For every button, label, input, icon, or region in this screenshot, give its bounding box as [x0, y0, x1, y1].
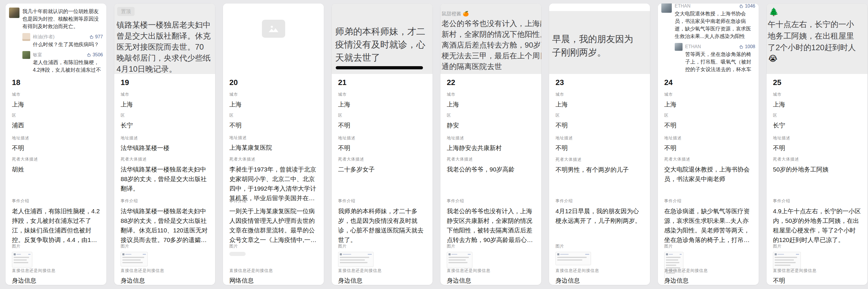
- field-label-city: 城市: [556, 92, 644, 97]
- screenshot-text: 师弟的本科师妹，才二疫情没有及时就诊，心天就去世了: [332, 3, 433, 64]
- screenshot-text: 早晨，我的朋友因为子刚刚两岁。: [549, 11, 650, 59]
- field-label-event: 事件介绍: [229, 198, 317, 204]
- field-district: 区长宁: [773, 113, 861, 136]
- like-count-value: 1046: [745, 3, 755, 9]
- field-value-deceased: 交大电院退休教授，上海书协会员，书法家吴中南老师: [664, 165, 752, 184]
- field-label-address: 地址描述: [556, 136, 644, 141]
- field-label-city: 城市: [229, 92, 317, 97]
- field-label-address: 地址描述: [447, 136, 535, 141]
- field-address: 地址描述上海静安去共康新村: [447, 136, 535, 157]
- field-deceased: 死者大体描述交大电院退休教授，上海书协会员，书法家吴中南老师: [664, 157, 752, 198]
- field-address: 地址描述不明: [556, 136, 644, 157]
- case-screenshot[interactable]: 我几十年前就认识的一位胡姓朋友也是因为封控、核酸检测等原因没有得到及时救治而死亡…: [5, 3, 106, 74]
- screenshot-text: 老公的爷爷也没有计入，上海静新村，全家阴的情况下他阳性。离酒店后差点转去方舱，9…: [440, 18, 541, 72]
- thumb-up-icon: [739, 4, 743, 8]
- field-label-address: 地址描述: [121, 136, 209, 141]
- field-label-deceased: 死者大体描述: [664, 157, 752, 162]
- field-label-event: 事件介绍: [12, 198, 100, 204]
- case-screenshot[interactable]: 师弟的本科师妹，才二疫情没有及时就诊，心天就去世了: [332, 3, 433, 74]
- case-image-thumbnail[interactable]: [12, 252, 32, 267]
- field-label-image: 图片: [773, 244, 861, 249]
- field-value-address: 不明: [664, 143, 752, 152]
- field-direct: 直接信息还是间接信息身边信息: [556, 268, 644, 285]
- comment-thread: ETHAN1046交大电院退休教授，上海书协会员，书法家吴中南老师在急诊病逝，缺…: [658, 3, 759, 74]
- like-count[interactable]: 3506: [87, 52, 103, 58]
- screenshot-text-line: 镇路某楼一楼独居老夫妇中: [117, 20, 215, 31]
- field-value-address: 不明: [12, 143, 100, 152]
- like-count[interactable]: 977: [89, 34, 103, 39]
- field-address: 地址描述法华镇路某楼一楼: [121, 136, 209, 157]
- commenter-name: 柿油(作者): [33, 34, 55, 40]
- case-card[interactable]: 早晨，我的朋友因为子刚刚两岁。23城市上海区不明地址描述不明死者大体描述不明男性…: [549, 3, 650, 285]
- commenter-name: ETHAN: [675, 3, 690, 9]
- field-label-image: 图片: [121, 244, 209, 249]
- field-label-deceased: 死者大体描述: [447, 157, 535, 162]
- case-card[interactable]: ETHAN1046交大电院退休教授，上海书协会员，书法家吴中南老师在急诊病逝，缺…: [658, 3, 759, 285]
- thumbnail-avatar: [14, 253, 16, 255]
- field-event: 事件介绍一则关于上海某康复医院一位病人因疫情管理无人护理而去世的文章在微信群里流…: [229, 198, 317, 244]
- field-value-city: 上海: [664, 100, 752, 109]
- case-image-thumbnail[interactable]: [121, 252, 148, 266]
- screenshot-text-line: 离酒店后差点转去方舱，90岁高: [441, 40, 541, 50]
- like-count-value: 3506: [92, 52, 103, 58]
- field-address: 地址描述不明: [773, 136, 861, 157]
- field-image: 图片: [121, 244, 209, 268]
- case-image-thumbnail[interactable]: [229, 252, 246, 256]
- case-card[interactable]: 🌲午十点左右，长宁的一小地务工阿姨，在出租屋里了2个小时的120赶到时人😭25城…: [767, 3, 867, 285]
- field-value-city: 上海: [12, 100, 100, 109]
- field-label-city: 城市: [773, 92, 861, 97]
- like-count[interactable]: 1046: [739, 3, 755, 9]
- like-count-value: 977: [95, 34, 103, 39]
- screenshot-text: 镇路某楼一楼独居老夫妇中曾是交大出版社翻译。休克医无对接医院而去世。70晚敲邻居…: [114, 16, 215, 74]
- case-card[interactable]: 置顶镇路某楼一楼独居老夫妇中曾是交大出版社翻译。休克医无对接医院而去世。70晚敲…: [114, 3, 215, 285]
- field-label-deceased: 死者大体描述: [773, 157, 861, 162]
- field-district: 区浦西: [12, 113, 100, 136]
- field-event: 事件介绍4月12日早晨，我的朋友因为心梗永远离开了，儿子刚刚两岁。: [556, 198, 644, 244]
- case-screenshot[interactable]: 置顶镇路某楼一楼独居老夫妇中曾是交大出版社翻译。休克医无对接医院而去世。70晚敲…: [114, 3, 215, 74]
- case-screenshot[interactable]: [223, 3, 324, 74]
- post: ETHAN1046交大电院退休教授，上海书协会员，书法家吴中南老师在急诊病逝，缺…: [661, 3, 755, 40]
- field-value-city: 上海: [556, 100, 644, 109]
- screenshot-text-line: 梗无法去三甲，最后在上个周日: [441, 50, 541, 61]
- case-screenshot[interactable]: 🌲午十点左右，长宁的一小地务工阿姨，在出租屋里了2个小时的120赶到时人😭: [767, 3, 867, 74]
- field-value-direct: 不明: [773, 276, 861, 285]
- case-number: 25: [773, 78, 861, 88]
- field-value-city: 上海: [447, 100, 535, 109]
- case-screenshot[interactable]: 鼠甜橙酱 🍊老公的爷爷也没有计入，上海静新村，全家阴的情况下他阳性。离酒店后差点…: [440, 3, 541, 74]
- field-value-event: 4.9上午十点左右，长宁的一小区内，50岁的外地务工阿姨，在出租屋里心梗发作，等…: [773, 206, 861, 245]
- field-value-district: 不明: [229, 121, 317, 130]
- field-event: 事件介绍我师弟的本科师妹，才二十多岁，也是因为疫情没有及时就诊，心脏不舒服送医院…: [338, 198, 426, 244]
- case-card[interactable]: 鼠甜橙酱 🍊老公的爷爷也没有计入，上海静新村，全家阴的情况下他阳性。离酒店后差点…: [440, 3, 541, 285]
- field-label-direct: 直接信息还是间接信息: [664, 268, 752, 273]
- case-image-thumbnail[interactable]: [773, 252, 801, 269]
- field-label-image: 图片: [12, 244, 100, 249]
- avatar: [22, 51, 30, 59]
- post: 我几十年前就认识的一位胡姓朋友也是因为封控、核酸检测等原因没有得到及时救治而死亡…: [9, 7, 103, 30]
- field-value-district: 不明: [556, 121, 644, 130]
- comment-text: 交大电院退休教授，上海书协会员，书法家吴中南老师在急诊病逝，缺少氧气等医疗资源，…: [675, 10, 755, 40]
- case-card[interactable]: 我几十年前就认识的一位胡姓朋友也是因为封控、核酸检测等原因没有得到及时救治而死亡…: [5, 3, 106, 285]
- screenshot-text-line: 4月10日晚记录。: [117, 64, 215, 74]
- field-city: 城市上海: [773, 92, 861, 113]
- case-image-thumbnail[interactable]: [447, 252, 472, 268]
- case-image-thumbnail[interactable]: [556, 252, 591, 265]
- field-value-direct: 身边信息: [12, 276, 100, 285]
- field-label-image: 图片: [664, 244, 752, 249]
- screenshot-text-line: 疫情没有及时就诊，心: [335, 38, 433, 51]
- avatar: [22, 33, 30, 41]
- case-screenshot[interactable]: ETHAN1046交大电院退休教授，上海书协会员，书法家吴中南老师在急诊病逝，缺…: [658, 3, 759, 74]
- field-value-city: 上海: [229, 100, 317, 109]
- like-count[interactable]: 1008: [739, 44, 755, 49]
- case-screenshot[interactable]: 早晨，我的朋友因为子刚刚两岁。: [549, 3, 650, 74]
- poster-name: 鼠甜橙酱 🍊: [441, 10, 541, 17]
- case-image-thumbnail[interactable]: [338, 252, 374, 267]
- case-card[interactable]: 20城市上海区不明地址描述上海某康复医院死者大体描述李昶生于1973年，曾就读于…: [223, 3, 324, 285]
- field-deceased: 死者大体描述50岁的外地务工阿姨: [773, 157, 861, 198]
- field-district: 区不明: [556, 113, 644, 136]
- field-label-city: 城市: [121, 92, 209, 97]
- field-label-event: 事件介绍: [556, 198, 644, 204]
- field-value-event: 法华镇路某楼一楼独居老夫妇中88岁的丈夫，曾经是交大出版社翻译。休克后110、1…: [121, 206, 209, 245]
- screenshot-text-line: 午十点左右，长宁的一小: [768, 19, 867, 30]
- redaction-bar: [336, 66, 423, 69]
- case-card[interactable]: 师弟的本科师妹，才二疫情没有及时就诊，心天就去世了21城市上海区不明地址描述不明…: [332, 3, 433, 285]
